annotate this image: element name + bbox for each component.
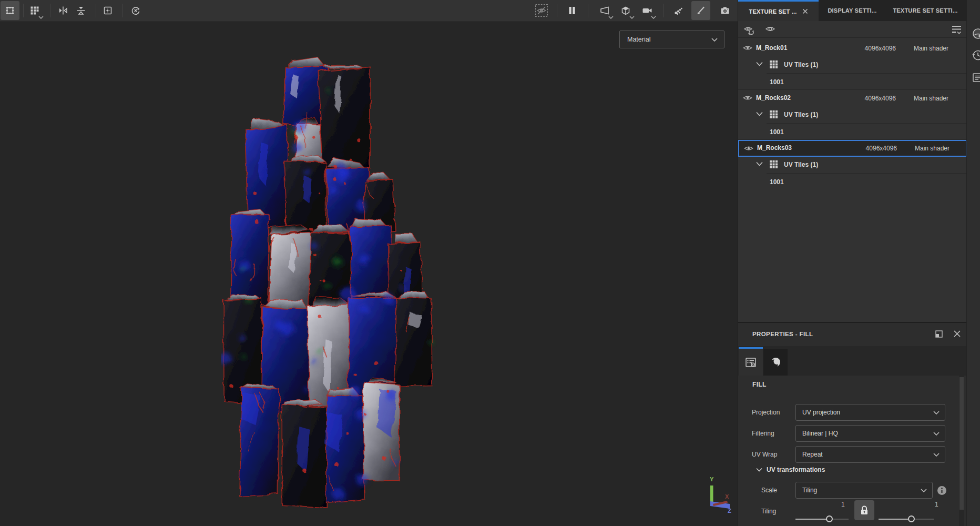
tiling-y-slider-track[interactable] — [879, 519, 908, 520]
eye-icon[interactable] — [743, 144, 754, 153]
texture-set-shader: Main shader — [914, 95, 948, 102]
toolbar-separator — [50, 4, 50, 17]
tiling-lock-button[interactable] — [854, 500, 874, 520]
chevron-down-icon — [629, 16, 635, 19]
chevron-down-icon[interactable] — [756, 161, 763, 166]
layers-list-icon[interactable] — [972, 72, 980, 84]
uv-wrap-value: Repeat — [802, 451, 823, 458]
frame-selection-button[interactable] — [98, 1, 117, 20]
uv-tile-row[interactable]: 1001 — [738, 173, 966, 190]
tab-label: TEXTURE SET ... — [749, 8, 797, 15]
transform-tool-button[interactable] — [1, 1, 19, 20]
projection-dropdown[interactable]: UV projection — [795, 404, 945, 421]
paint-brush-tool-button[interactable] — [691, 1, 710, 20]
filtering-label: Filtering — [752, 430, 774, 437]
uv-tile-row[interactable]: 1001 — [738, 73, 966, 90]
screenshot-camera-button[interactable] — [716, 1, 734, 20]
close-icon[interactable] — [953, 330, 961, 338]
texture-set-row[interactable]: M_Rock01 4096x4096 Main shader — [738, 40, 966, 57]
pause-icon — [567, 6, 577, 15]
uv-tiles-label: UV Tiles (1) — [784, 161, 818, 168]
chevron-down-icon — [608, 16, 614, 19]
mirror-vertical-button[interactable] — [72, 1, 90, 20]
tab-fill-parameters[interactable] — [739, 349, 763, 376]
uv-tiles-row[interactable]: UV Tiles (1) — [738, 57, 966, 73]
uv-grid-icon — [770, 110, 778, 118]
texture-set-toolbar — [738, 21, 966, 38]
uv-tiles-row[interactable]: UV Tiles (1) — [738, 107, 966, 123]
tab-label: DISPLAY SETTI... — [828, 7, 876, 14]
axis-navigation-gizmo[interactable]: Y X Z — [701, 471, 738, 513]
tiling-label: Tiling — [761, 508, 776, 515]
right-edge-dock-strip — [966, 0, 980, 526]
scale-label: Scale — [761, 487, 777, 494]
tiling-y-slider-track-rest[interactable] — [915, 519, 934, 520]
tiling-y-value: 1 — [935, 501, 938, 508]
uv-transformations-header[interactable]: UV transformations — [756, 466, 825, 473]
perspective-view-button[interactable] — [595, 1, 614, 20]
uv-tiles-row[interactable]: UV Tiles (1) — [738, 157, 966, 173]
info-icon[interactable] — [937, 485, 947, 495]
toolbar-separator — [557, 4, 557, 17]
properties-header: PROPERTIES - FILL — [738, 323, 966, 346]
filter-list-icon[interactable] — [950, 24, 963, 36]
scrollbar-thumb[interactable] — [959, 377, 964, 510]
eye-icon[interactable] — [742, 44, 753, 52]
texture-set-resolution: 4096x4096 — [858, 95, 896, 102]
viewport-3d[interactable]: Material Y X Z — [0, 22, 738, 526]
material-view-button[interactable] — [616, 1, 635, 20]
visibility-sync-icon[interactable] — [743, 24, 757, 35]
chevron-down-icon[interactable] — [756, 62, 763, 66]
tiling-x-value: 1 — [841, 501, 845, 508]
toolbar-separator — [23, 4, 24, 17]
tiling-x-slider-track[interactable] — [795, 519, 826, 520]
mirror-horizontal-icon — [58, 5, 68, 16]
camera-view-button[interactable] — [638, 1, 657, 20]
projection-label: Projection — [752, 409, 780, 416]
material-sphere-icon — [769, 356, 782, 369]
texture-set-resolution: 4096x4096 — [859, 145, 897, 152]
scale-dropdown[interactable]: Tiling — [795, 482, 933, 499]
chevron-down-icon — [933, 432, 940, 436]
uv-wrap-label: UV Wrap — [752, 451, 777, 458]
properties-scrollbar[interactable] — [959, 376, 964, 526]
uv-grid-icon — [770, 60, 778, 68]
shading-mode-dropdown[interactable]: Material — [619, 31, 724, 48]
properties-tabbar — [738, 346, 966, 376]
tab-label: TEXTURE SET SETTI... — [893, 7, 957, 14]
chevron-down-icon — [756, 468, 762, 472]
uv-wrap-dropdown[interactable]: Repeat — [795, 446, 945, 463]
chevron-down-icon[interactable] — [756, 112, 763, 116]
texture-set-row[interactable]: M_Rocks02 4096x4096 Main shader — [738, 90, 966, 107]
tab-fill-material[interactable] — [763, 349, 788, 376]
tab-texture-set-list[interactable]: TEXTURE SET ... — [738, 0, 819, 21]
particles-tool-button[interactable] — [669, 1, 688, 20]
tiling-layout-button[interactable] — [25, 1, 44, 20]
mirror-horizontal-button[interactable] — [54, 1, 73, 20]
uv-tile-row[interactable]: 1001 — [738, 123, 966, 140]
frame-center-icon — [103, 5, 113, 16]
axis-y-label: Y — [710, 476, 714, 482]
axis-x-label: X — [725, 493, 729, 500]
reset-rotation-button[interactable] — [126, 1, 145, 20]
filtering-dropdown[interactable]: Bilinear | HQ — [795, 425, 945, 442]
tiling-x-slider-handle[interactable] — [826, 515, 833, 522]
uv-grid-icon — [770, 160, 778, 168]
environment-sphere-icon[interactable] — [972, 27, 980, 40]
symmetry-disabled-button[interactable] — [532, 1, 551, 20]
undock-icon[interactable] — [935, 330, 943, 338]
chevron-down-icon — [711, 38, 718, 42]
eye-icon[interactable] — [742, 94, 753, 102]
pause-engine-button[interactable] — [563, 1, 581, 20]
close-icon[interactable] — [802, 8, 808, 14]
tab-texture-set-settings[interactable]: TEXTURE SET SETTI... — [886, 0, 965, 21]
texture-set-name: M_Rocks03 — [757, 144, 792, 151]
toolbar-separator — [96, 4, 96, 17]
history-icon[interactable] — [972, 49, 980, 62]
tiling-x-slider-track-rest[interactable] — [833, 519, 849, 520]
tab-display-settings[interactable]: DISPLAY SETTI... — [819, 0, 886, 21]
tiling-y-slider-handle[interactable] — [908, 515, 915, 522]
solo-view-icon[interactable] — [764, 24, 776, 34]
texture-set-row-selected[interactable]: M_Rocks03 4096x4096 Main shader — [738, 140, 966, 157]
lock-icon — [860, 505, 869, 515]
